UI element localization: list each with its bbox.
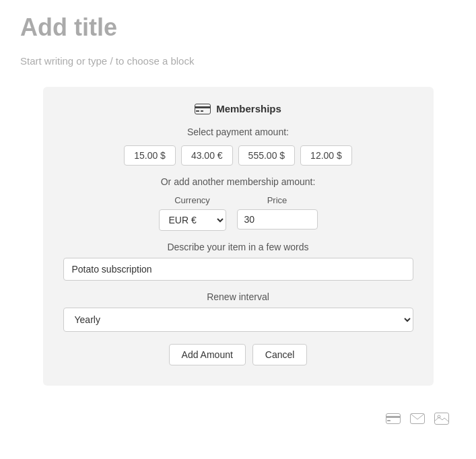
payment-option-0[interactable]: 15.00 $ [124,145,176,166]
renew-select[interactable]: Daily Weekly Monthly Yearly [63,308,413,332]
memberships-block: Memberships Select payment amount: 15.00… [43,87,434,386]
price-label: Price [237,195,318,205]
bottom-toolbar [20,406,456,428]
payment-options-row: 15.00 $ 43.00 € 555.00 $ 12.00 $ [63,145,413,166]
price-group: Price [237,195,318,231]
block-header-label: Memberships [216,103,281,114]
svg-rect-8 [435,413,449,425]
currency-price-row: Currency USD $ EUR € GBP £ JPY ¥ Price [63,195,413,231]
svg-rect-5 [386,416,401,418]
currency-select[interactable]: USD $ EUR € GBP £ JPY ¥ [159,209,226,231]
description-input[interactable] [63,258,413,281]
page-subtitle: Start writing or type / to choose a bloc… [20,55,456,67]
svg-rect-1 [195,106,211,108]
add-another-label: Or add another membership amount: [63,176,413,187]
svg-rect-3 [201,110,203,112]
page-title[interactable]: Add title [20,13,456,42]
cancel-button[interactable]: Cancel [252,344,308,365]
svg-rect-6 [387,420,390,421]
select-payment-label: Select payment amount: [63,127,413,137]
svg-rect-0 [195,104,211,114]
payment-option-3[interactable]: 12.00 $ [300,145,352,166]
renew-label: Renew interval [63,291,413,302]
memberships-icon [195,104,211,114]
currency-group: Currency USD $ EUR € GBP £ JPY ¥ [159,195,226,231]
currency-label: Currency [159,195,226,205]
image-icon[interactable] [434,413,449,428]
action-buttons: Add Amount Cancel [63,344,413,365]
svg-rect-4 [386,414,401,424]
payment-option-1[interactable]: 43.00 € [181,145,233,166]
email-icon[interactable] [410,413,425,427]
describe-label: Describe your item in a few words [63,242,413,252]
add-amount-button[interactable]: Add Amount [169,344,246,365]
credit-card-icon[interactable] [386,413,401,427]
payment-option-2[interactable]: 555.00 $ [238,145,296,166]
price-input[interactable] [237,209,318,229]
svg-rect-2 [196,110,199,112]
block-header: Memberships [63,103,413,114]
